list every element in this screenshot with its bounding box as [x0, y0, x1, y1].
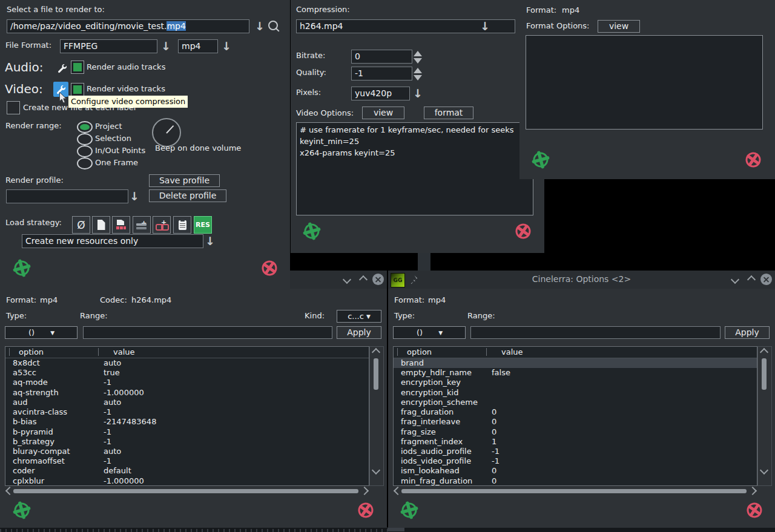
option-cell[interactable]: b_strategy: [13, 437, 54, 447]
table-row[interactable]: ism_lookahead0: [394, 466, 757, 476]
file-format-input[interactable]: FFMPEG: [60, 39, 157, 53]
option-cell[interactable]: b-pyramid: [13, 427, 53, 437]
value-cell[interactable]: default: [104, 466, 131, 476]
table-row[interactable]: frag_size0: [394, 427, 757, 437]
range-radio-inout[interactable]: [77, 145, 93, 157]
dropdown-arrow-icon[interactable]: ↓: [205, 235, 215, 247]
video-options-textarea[interactable]: # use framerate for 1 keyframe/sec, need…: [296, 122, 533, 215]
table-row[interactable]: audauto: [5, 398, 369, 407]
ok-button[interactable]: [302, 222, 322, 241]
table-row[interactable]: chromaoffset-1: [5, 456, 369, 466]
load-append-tracks-button[interactable]: +: [133, 216, 151, 234]
ok-button[interactable]: [400, 501, 419, 520]
table-row[interactable]: coderdefault: [5, 466, 369, 476]
range-radio-selection[interactable]: [77, 133, 93, 145]
options2-titlebar[interactable]: GG Cinelerra: Options <2>: [388, 271, 775, 289]
column-divider[interactable]: [9, 348, 10, 356]
dropdown-arrow-icon[interactable]: ↓: [255, 21, 265, 32]
delete-profile-button[interactable]: Delete profile: [149, 189, 226, 202]
value-cell[interactable]: 0: [492, 427, 496, 437]
cancel-button[interactable]: [745, 501, 764, 520]
table-row[interactable]: avcintra-class-1: [5, 407, 369, 417]
table-row[interactable]: b-pyramid-1: [5, 427, 369, 437]
option-cell[interactable]: brand: [401, 358, 424, 368]
ok-button[interactable]: [12, 258, 31, 278]
search-icon[interactable]: [268, 21, 278, 30]
table-row[interactable]: a53cctrue: [5, 368, 369, 378]
table-row[interactable]: frag_interleave0: [394, 417, 757, 427]
column-divider[interactable]: [98, 348, 99, 356]
table-row[interactable]: aq-mode-1: [5, 378, 369, 387]
value-cell[interactable]: -1: [104, 407, 111, 417]
ok-button[interactable]: [12, 501, 31, 520]
type-preset-dropdown[interactable]: () ▼: [393, 326, 466, 339]
create-file-label-checkbox[interactable]: [7, 101, 20, 114]
option-cell[interactable]: iods_audio_profile: [401, 447, 472, 456]
option-cell[interactable]: coder: [13, 466, 35, 476]
option-cell[interactable]: fragment_index: [401, 437, 463, 447]
value-cell[interactable]: -2147483648: [104, 417, 156, 427]
format-button[interactable]: format: [424, 107, 473, 119]
option-cell[interactable]: encryption_kid: [401, 388, 458, 398]
column-divider[interactable]: [486, 348, 487, 356]
scrollbar-thumb[interactable]: [762, 358, 767, 390]
option-cell[interactable]: 8x8dct: [13, 358, 40, 368]
option-cell[interactable]: encryption_scheme: [401, 398, 478, 407]
option-cell[interactable]: frag_size: [401, 427, 436, 437]
option-cell[interactable]: b-bias: [13, 417, 37, 427]
option-cell[interactable]: a53cc: [13, 368, 36, 378]
value-cell[interactable]: -1.000000: [104, 388, 144, 398]
cancel-button[interactable]: [513, 222, 533, 241]
spin-up-icon[interactable]: [414, 51, 422, 56]
table-row[interactable]: brand: [394, 358, 757, 368]
scroll-down-icon[interactable]: [371, 465, 381, 475]
minimize-icon[interactable]: [730, 275, 740, 284]
value-cell[interactable]: -1.000000: [104, 476, 144, 486]
option-cell[interactable]: frag_interleave: [401, 417, 460, 427]
value-cell[interactable]: true: [104, 368, 120, 378]
horizontal-scrollbar[interactable]: [393, 486, 757, 496]
range-input[interactable]: [470, 326, 721, 339]
table-row[interactable]: aq-strength-1.000000: [5, 388, 369, 398]
options-table[interactable]: option value 8x8dctautoa53cctrueaq-mode-…: [5, 346, 369, 486]
audio-wrench-icon[interactable]: [56, 62, 68, 74]
save-profile-button[interactable]: Save profile: [149, 174, 220, 187]
scroll-right-icon[interactable]: [748, 486, 757, 496]
range-option-label[interactable]: One Frame: [95, 158, 138, 167]
scroll-up-icon[interactable]: [371, 347, 381, 357]
table-row[interactable]: iods_video_profile-1: [394, 456, 757, 466]
value-cell[interactable]: 0: [492, 417, 496, 427]
cancel-button[interactable]: [356, 501, 375, 520]
value-column-header[interactable]: value: [113, 347, 135, 356]
bitrate-input[interactable]: 0: [351, 50, 412, 64]
spin-down-icon[interactable]: [414, 58, 422, 64]
value-cell[interactable]: auto: [104, 398, 121, 407]
value-cell[interactable]: 1: [492, 437, 496, 447]
type-preset-dropdown[interactable]: () ▼: [5, 326, 78, 339]
option-cell[interactable]: ism_lookahead: [401, 466, 460, 476]
option-cell[interactable]: aq-mode: [13, 378, 48, 387]
table-body[interactable]: brandempty_hdlr_namefalseencryption_keye…: [394, 358, 757, 486]
load-replace-concatenate-button[interactable]: [112, 216, 130, 234]
value-cell[interactable]: -1: [104, 456, 111, 466]
value-cell[interactable]: auto: [104, 447, 121, 456]
dropdown-arrow-icon[interactable]: ↓: [480, 21, 490, 32]
scroll-down-icon[interactable]: [759, 465, 769, 475]
render-audio-checkbox[interactable]: [71, 61, 84, 74]
option-column-header[interactable]: option: [19, 347, 44, 356]
render-profile-input[interactable]: [6, 189, 128, 203]
scroll-right-icon[interactable]: [360, 486, 369, 496]
table-row[interactable]: 8x8dctauto: [5, 358, 369, 368]
scrollbar-thumb[interactable]: [13, 489, 358, 493]
table-row[interactable]: fragment_index1: [394, 437, 757, 447]
cancel-button[interactable]: [744, 150, 763, 169]
range-radio-project[interactable]: [77, 121, 93, 133]
file-path-input[interactable]: /home/paz/video_editing/movie_test.mp4: [7, 19, 249, 33]
option-cell[interactable]: aud: [13, 398, 27, 407]
column-divider[interactable]: [397, 348, 398, 356]
option-cell[interactable]: avcintra-class: [13, 407, 67, 417]
range-input[interactable]: [83, 326, 332, 339]
scrollbar-thumb[interactable]: [374, 358, 378, 390]
minimize-icon[interactable]: [342, 275, 352, 284]
option-cell[interactable]: frag_duration: [401, 407, 453, 417]
